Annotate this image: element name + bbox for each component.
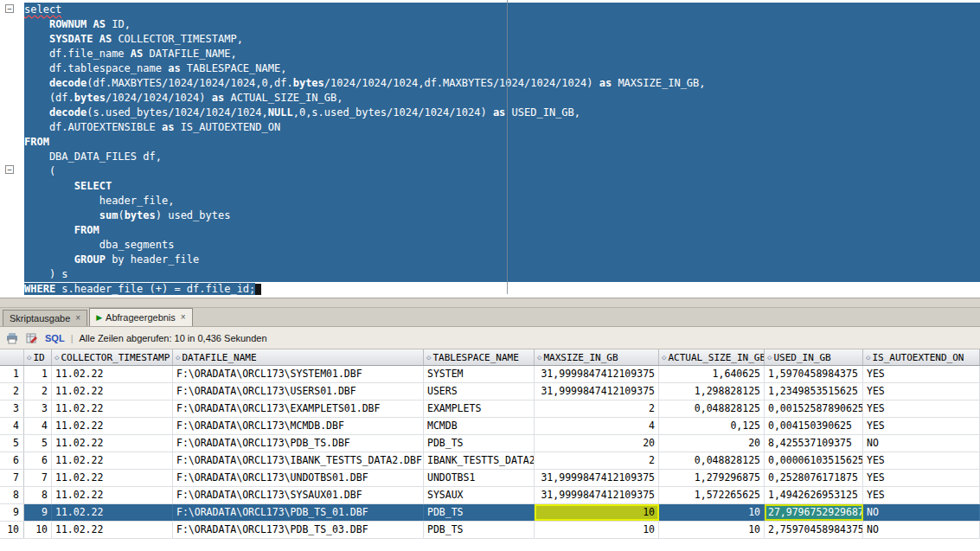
column-header-maxsize_in_gb[interactable]: ◇MAXSIZE_IN_GB	[535, 349, 659, 365]
row-number[interactable]: 8	[0, 487, 24, 503]
table-cell[interactable]: 11.02.22	[52, 400, 173, 417]
code-line[interactable]: (df.bytes/1024/1024/1024) as ACTUAL_SIZE…	[24, 91, 980, 106]
table-cell[interactable]: 0,004150390625	[765, 418, 863, 434]
table-row[interactable]: 6611.02.22F:\ORADATA\ORCL173\IBANK_TESTT…	[0, 452, 980, 470]
table-cell[interactable]: 8,425537109375	[765, 435, 863, 452]
table-row[interactable]: 7711.02.22F:\ORADATA\ORCL173\UNDOTBS01.D…	[0, 470, 980, 487]
refresh-icon[interactable]	[25, 331, 39, 345]
table-cell[interactable]: 2	[24, 383, 52, 400]
table-cell[interactable]: 11.02.22	[52, 470, 173, 486]
table-cell[interactable]: 1,572265625	[659, 487, 765, 503]
table-cell[interactable]: 11.02.22	[52, 522, 173, 538]
table-cell[interactable]: SYSTEM	[424, 366, 535, 382]
table-cell[interactable]: F:\ORADATA\ORCL173\UNDOTBS01.DBF	[173, 470, 424, 486]
table-cell[interactable]: 4	[535, 418, 659, 434]
close-icon[interactable]: ×	[75, 314, 80, 323]
column-header-actual_size_in_gb[interactable]: ◇ACTUAL_SIZE_IN_GB	[659, 349, 765, 365]
table-cell[interactable]: 1,279296875	[659, 470, 765, 486]
code-line[interactable]: decode(s.used_bytes/1024/1024/1024,NULL,…	[24, 106, 980, 120]
table-cell[interactable]: 10	[659, 504, 765, 521]
table-cell[interactable]: IBANK_TESTTS_DATA2	[424, 452, 535, 469]
column-header-collector_timestamp[interactable]: ◇COLLECTOR_TIMESTAMP	[52, 349, 173, 365]
column-header-tablespace_name[interactable]: ◇TABLESPACE_NAME	[424, 349, 535, 365]
table-row[interactable]: 3311.02.22F:\ORADATA\ORCL173\EXAMPLETS01…	[0, 400, 980, 418]
table-cell[interactable]: 20	[535, 435, 659, 452]
table-cell[interactable]: YES	[863, 383, 980, 400]
table-cell[interactable]: NO	[863, 504, 980, 521]
row-number[interactable]: 4	[0, 418, 24, 434]
row-number[interactable]: 7	[0, 470, 24, 486]
code-line[interactable]: FROM	[24, 223, 980, 238]
table-cell[interactable]: 1,298828125	[659, 383, 765, 400]
table-cell[interactable]: PDB_TS	[424, 504, 535, 521]
table-cell[interactable]: NO	[863, 522, 980, 538]
code-line[interactable]: (	[24, 164, 980, 179]
highlighted-cell[interactable]: 10	[535, 504, 659, 521]
table-row[interactable]: 1111.02.22F:\ORADATA\ORCL173\SYSTEM01.DB…	[0, 366, 980, 383]
column-header-is_autoextend_on[interactable]: ◇IS_AUTOEXTEND_ON	[863, 349, 980, 365]
table-row[interactable]: 2211.02.22F:\ORADATA\ORCL173\USERS01.DBF…	[0, 383, 980, 400]
table-cell[interactable]: F:\ORADATA\ORCL173\EXAMPLETS01.DBF	[173, 400, 424, 417]
table-cell[interactable]: F:\ORADATA\ORCL173\SYSTEM01.DBF	[173, 366, 424, 382]
table-cell[interactable]: 31,9999847412109375	[535, 383, 659, 400]
table-cell[interactable]: 2	[535, 452, 659, 469]
code-line[interactable]: sum(bytes) used_bytes	[24, 208, 980, 223]
code-line[interactable]: df.file_name AS DATAFILE_NAME,	[24, 47, 980, 61]
table-cell[interactable]: 31,9999847412109375	[535, 470, 659, 486]
row-number[interactable]: 2	[0, 383, 24, 400]
table-cell[interactable]: 31,9999847412109375	[535, 487, 659, 503]
code-line[interactable]: SYSDATE AS COLLECTOR_TIMESTAMP,	[24, 32, 980, 47]
sql-editor[interactable]: − − select ROWNUM AS ID, SYSDATE AS COLL…	[0, 0, 980, 298]
column-header-datafile_name[interactable]: ◇DATAFILE_NAME	[173, 349, 424, 365]
table-cell[interactable]: F:\ORADATA\ORCL173\PDB_TS.DBF	[173, 435, 424, 452]
table-cell[interactable]: 11.02.22	[52, 487, 173, 503]
tab-skriptausgabe[interactable]: Skriptausgabe ×	[3, 310, 87, 326]
table-cell[interactable]: YES	[863, 418, 980, 434]
table-cell[interactable]: 11.02.22	[52, 418, 173, 434]
print-icon[interactable]	[5, 331, 19, 345]
table-cell[interactable]: 10	[535, 522, 659, 538]
code-line[interactable]: df.tablespace_name as TABLESPACE_NAME,	[24, 61, 980, 76]
table-cell[interactable]: 2	[535, 400, 659, 417]
table-cell[interactable]: 11.02.22	[52, 366, 173, 382]
row-number[interactable]: 6	[0, 452, 24, 469]
table-cell[interactable]: 1,2349853515625	[765, 383, 863, 400]
highlighted-cell[interactable]: 27,97967529296875	[765, 504, 863, 521]
table-row[interactable]: 9911.02.22F:\ORADATA\ORCL173\PDB_TS_01.D…	[0, 504, 980, 522]
close-icon[interactable]: ×	[181, 313, 186, 322]
table-cell[interactable]: MCMDB	[424, 418, 535, 434]
table-cell[interactable]: 0,048828125	[659, 452, 765, 469]
table-cell[interactable]: YES	[863, 487, 980, 503]
table-cell[interactable]: 0,2528076171875	[765, 470, 863, 486]
table-cell[interactable]: 9	[24, 504, 52, 521]
row-number[interactable]: 9	[0, 504, 24, 521]
table-row[interactable]: 4411.02.22F:\ORADATA\ORCL173\MCMDB.DBFMC…	[0, 418, 980, 435]
table-cell[interactable]: EXAMPLETS	[424, 400, 535, 417]
table-cell[interactable]: 0,048828125	[659, 400, 765, 417]
table-cell[interactable]: YES	[863, 400, 980, 417]
code-line[interactable]: df.AUTOEXTENSIBLE as IS_AUTOEXTEND_ON	[24, 120, 980, 135]
table-cell[interactable]: 4	[24, 418, 52, 434]
table-cell[interactable]: USERS	[424, 383, 535, 400]
table-cell[interactable]: 1,640625	[659, 366, 765, 382]
table-cell[interactable]: F:\ORADATA\ORCL173\USERS01.DBF	[173, 383, 424, 400]
table-cell[interactable]: UNDOTBS1	[424, 470, 535, 486]
code-line[interactable]: ROWNUM AS ID,	[24, 17, 980, 32]
table-row[interactable]: 101011.02.22F:\ORADATA\ORCL173\PDB_TS_03…	[0, 522, 980, 539]
table-row[interactable]: 8811.02.22F:\ORADATA\ORCL173\SYSAUX01.DB…	[0, 487, 980, 504]
table-cell[interactable]: 1,5970458984375	[765, 366, 863, 382]
table-cell[interactable]: F:\ORADATA\ORCL173\PDB_TS_01.DBF	[173, 504, 424, 521]
table-cell[interactable]: 0,125	[659, 418, 765, 434]
table-cell[interactable]: 3	[24, 400, 52, 417]
code-line[interactable]: decode(df.MAXBYTES/1024/1024/1024,0,df.b…	[24, 76, 980, 91]
table-cell[interactable]: 11.02.22	[52, 383, 173, 400]
tab-abfrageergebnis[interactable]: ▶ Abfrageergebnis ×	[89, 308, 193, 326]
table-cell[interactable]: 10	[24, 522, 52, 538]
table-cell[interactable]: 31,9999847412109375	[535, 366, 659, 382]
table-row[interactable]: 5511.02.22F:\ORADATA\ORCL173\PDB_TS.DBFP…	[0, 435, 980, 452]
table-cell[interactable]: 10	[659, 522, 765, 538]
row-number[interactable]: 1	[0, 366, 24, 382]
table-cell[interactable]: 0,00006103515625	[765, 452, 863, 469]
table-cell[interactable]: NO	[863, 435, 980, 452]
table-cell[interactable]: 1	[24, 366, 52, 382]
